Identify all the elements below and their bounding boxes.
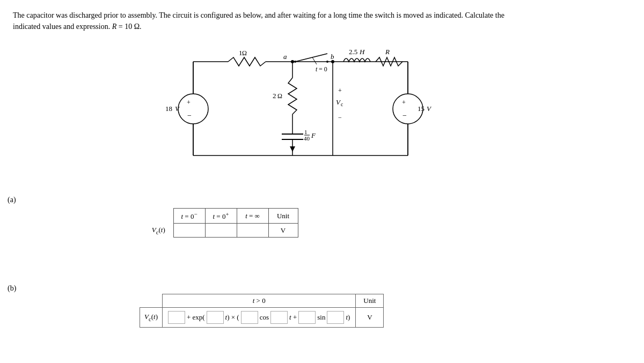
vc-t0-minus-input[interactable]: [179, 226, 200, 234]
svg-point-39: [178, 94, 208, 124]
unit-cell-b: V: [356, 308, 384, 328]
vc-row-label: Vc(t): [144, 224, 173, 238]
svg-text:t: t: [316, 65, 318, 73]
svg-text:b: b: [331, 53, 334, 61]
vc-t-inf-cell[interactable]: [237, 224, 268, 238]
problem-line1: The capacitor was discharged prior to as…: [13, 11, 504, 19]
svg-text:18: 18: [165, 105, 172, 113]
svg-text:V: V: [427, 105, 432, 113]
svg-text:−: −: [338, 114, 342, 121]
svg-text:F: F: [311, 131, 316, 139]
svg-text:2.5: 2.5: [349, 48, 357, 56]
t-sin-label: t): [346, 313, 350, 322]
svg-text:Ω: Ω: [277, 92, 282, 100]
svg-point-22: [326, 61, 328, 63]
expr-content: + exp( t) × ( cos t + sin t): [168, 311, 350, 324]
part-a-label: (a): [8, 196, 16, 204]
expr-sin-coeff-input[interactable]: [298, 311, 316, 324]
header-unit: Unit: [268, 209, 298, 224]
svg-text:40: 40: [304, 135, 310, 142]
circuit-svg: + V c − t = 0 1 Ω 2 Ω: [129, 29, 472, 190]
expr-sin-arg-input[interactable]: [327, 311, 344, 324]
header-t-inf: t = ∞: [237, 209, 268, 224]
sin-label: sin: [317, 313, 325, 322]
part-b-unit-header: Unit: [356, 294, 384, 308]
part-b-header-row: t > 0 Unit: [140, 294, 384, 308]
svg-text:R: R: [385, 48, 390, 56]
problem-line2: indicated values and expression. R = 10 …: [13, 23, 142, 31]
vc-b-label: Vc(t): [140, 308, 163, 328]
svg-point-21: [294, 61, 296, 63]
exp-label: exp(: [192, 313, 204, 322]
circuit-diagram: + V c − t = 0 1 Ω 2 Ω: [129, 29, 472, 190]
unit-cell-a: V: [268, 224, 298, 238]
part-b-condition-header: t > 0: [163, 294, 356, 308]
svg-marker-10: [290, 146, 295, 152]
svg-text:1: 1: [304, 129, 308, 135]
vc-t-inf-input[interactable]: [243, 226, 263, 234]
table-header-row: t = 0− t = 0+ t = ∞ Unit: [144, 209, 298, 224]
svg-line-20: [295, 54, 327, 62]
expr-cos-arg-input[interactable]: [270, 311, 288, 324]
part-b-label: (b): [8, 284, 16, 293]
svg-text:+: +: [402, 99, 406, 106]
svg-line-23: [312, 57, 317, 64]
vc-t0-plus-cell[interactable]: [205, 224, 237, 238]
svg-text:15: 15: [418, 105, 425, 113]
t-cos-label: t +: [289, 313, 297, 322]
svg-text:+: +: [187, 99, 191, 106]
svg-point-18: [291, 60, 294, 63]
expr-cos-coeff-input[interactable]: [241, 311, 258, 324]
part-a-table: t = 0− t = 0+ t = ∞ Unit Vc(t): [144, 208, 298, 238]
svg-text:2: 2: [273, 92, 276, 100]
svg-text:a: a: [283, 53, 287, 61]
problem-text: The capacitor was discharged prior to as…: [13, 10, 630, 32]
svg-text:−: −: [402, 112, 407, 120]
expr-const-input[interactable]: [168, 311, 185, 324]
vc-t0-plus-input[interactable]: [211, 226, 231, 234]
expr-exp-coeff-input[interactable]: [207, 311, 224, 324]
header-t0-minus: t = 0−: [173, 209, 205, 224]
page-container: The capacitor was discharged prior to as…: [0, 0, 644, 363]
expr-cell: + exp( t) × ( cos t + sin t): [163, 308, 356, 328]
svg-text:c: c: [341, 101, 343, 107]
svg-text:= 0: = 0: [319, 65, 327, 73]
header-t0-plus: t = 0+: [205, 209, 237, 224]
part-b-expr-row: Vc(t) + exp( t) × ( cos t + sin t): [140, 308, 384, 328]
svg-text:−: −: [187, 112, 192, 120]
vc-t0-minus-cell[interactable]: [173, 224, 205, 238]
svg-text:+: +: [338, 87, 342, 94]
svg-text:H: H: [359, 48, 365, 56]
t-label: t) × (: [225, 313, 239, 322]
cos-label: cos: [260, 313, 269, 322]
svg-text:Ω: Ω: [242, 49, 247, 57]
table-vc-row: Vc(t) V: [144, 224, 298, 238]
part-b-table: t > 0 Unit Vc(t) + exp( t) × ( cos t +: [140, 294, 384, 328]
plus-sign: +: [187, 313, 191, 322]
